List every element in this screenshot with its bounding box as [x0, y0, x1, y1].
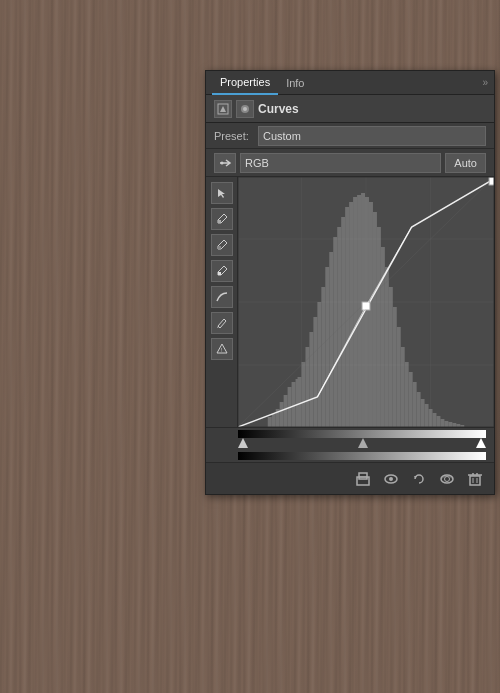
svg-rect-38 — [389, 287, 393, 427]
draw-curve-tool[interactable] — [211, 312, 233, 334]
svg-rect-28 — [349, 202, 353, 427]
sample-white-point-tool[interactable] — [211, 260, 233, 282]
svg-rect-58 — [272, 414, 276, 427]
input-slider-row — [238, 440, 486, 450]
svg-rect-5 — [218, 246, 221, 249]
svg-rect-32 — [365, 197, 369, 427]
input-gradient — [238, 452, 486, 460]
svg-rect-44 — [413, 382, 417, 427]
svg-rect-82 — [470, 476, 480, 485]
svg-rect-63 — [292, 382, 296, 427]
sample-black-point-tool[interactable] — [211, 208, 233, 230]
svg-rect-27 — [345, 207, 349, 427]
channel-select[interactable]: RGB Red Green Blue — [240, 153, 441, 173]
svg-text:!: ! — [220, 347, 222, 353]
svg-rect-47 — [425, 404, 429, 427]
svg-rect-18 — [309, 332, 313, 427]
svg-rect-19 — [313, 317, 317, 427]
svg-rect-60 — [280, 402, 284, 427]
svg-point-78 — [389, 477, 393, 481]
visibility-button[interactable] — [380, 468, 402, 490]
black-point-slider[interactable] — [238, 438, 248, 450]
svg-rect-43 — [409, 372, 413, 427]
auto-button[interactable]: Auto — [445, 153, 486, 173]
tab-properties[interactable]: Properties — [212, 71, 278, 95]
arrow-tool-icon[interactable] — [214, 153, 236, 173]
svg-rect-42 — [405, 362, 409, 427]
svg-rect-64 — [296, 379, 300, 427]
footer-tools — [206, 462, 494, 494]
tools-sidebar: ! — [206, 177, 238, 427]
adjustment-layer-icon — [214, 100, 232, 118]
panel-expand-icon[interactable]: » — [482, 77, 488, 88]
svg-rect-51 — [440, 419, 444, 427]
svg-rect-53 — [448, 422, 452, 427]
sample-gray-point-tool[interactable] — [211, 234, 233, 256]
svg-rect-39 — [393, 307, 397, 427]
svg-rect-20 — [317, 302, 321, 427]
reset-button[interactable] — [408, 468, 430, 490]
svg-rect-30 — [357, 195, 361, 427]
svg-rect-61 — [284, 395, 288, 427]
svg-rect-26 — [341, 217, 345, 427]
svg-rect-16 — [302, 362, 306, 427]
svg-marker-73 — [476, 438, 486, 448]
svg-rect-21 — [321, 287, 325, 427]
panel-title: Curves — [258, 102, 299, 116]
delete-button[interactable] — [464, 468, 486, 490]
clip-to-layer-button[interactable] — [352, 468, 374, 490]
svg-marker-72 — [358, 438, 368, 448]
properties-panel: Properties Info » Curves Preset: Custom … — [205, 70, 495, 495]
preset-row: Preset: Custom Default Strong Contrast M… — [206, 123, 494, 149]
svg-rect-46 — [421, 399, 425, 427]
svg-rect-37 — [385, 267, 389, 427]
svg-rect-54 — [452, 423, 456, 427]
svg-rect-22 — [325, 267, 329, 427]
svg-point-81 — [445, 476, 450, 481]
svg-marker-71 — [238, 438, 248, 448]
svg-rect-45 — [417, 392, 421, 427]
svg-rect-35 — [377, 227, 381, 427]
main-content: ! — [206, 177, 494, 427]
smooth-curve-tool[interactable] — [211, 286, 233, 308]
curve-area[interactable] — [238, 177, 494, 427]
svg-point-2 — [243, 107, 247, 111]
svg-rect-23 — [329, 252, 333, 427]
svg-rect-6 — [218, 272, 221, 275]
svg-rect-49 — [432, 413, 436, 427]
select-curve-point-tool[interactable] — [211, 182, 233, 204]
svg-rect-4 — [218, 220, 221, 223]
svg-rect-29 — [353, 197, 357, 427]
svg-rect-57 — [268, 417, 272, 427]
panel-header: Curves — [206, 95, 494, 123]
svg-rect-52 — [444, 421, 448, 427]
svg-rect-50 — [436, 416, 440, 427]
svg-rect-75 — [359, 473, 367, 479]
panel-tabs: Properties Info » — [206, 71, 494, 95]
svg-rect-48 — [429, 409, 433, 427]
preset-select[interactable]: Custom Default Strong Contrast Medium Co… — [258, 126, 486, 146]
output-gradient — [238, 430, 486, 438]
svg-rect-67 — [489, 177, 494, 185]
svg-point-3 — [221, 161, 224, 164]
svg-rect-33 — [369, 202, 373, 427]
preview-button[interactable] — [436, 468, 458, 490]
mask-icon — [236, 100, 254, 118]
controls-row: RGB Red Green Blue Auto — [206, 149, 494, 177]
midpoint-slider[interactable] — [358, 438, 368, 450]
svg-rect-41 — [401, 347, 405, 427]
tab-info[interactable]: Info — [278, 71, 312, 95]
svg-rect-34 — [373, 212, 377, 427]
preset-label: Preset: — [214, 130, 252, 142]
warning-icon[interactable]: ! — [211, 338, 233, 360]
svg-rect-40 — [397, 327, 401, 427]
white-point-slider[interactable] — [476, 438, 486, 450]
